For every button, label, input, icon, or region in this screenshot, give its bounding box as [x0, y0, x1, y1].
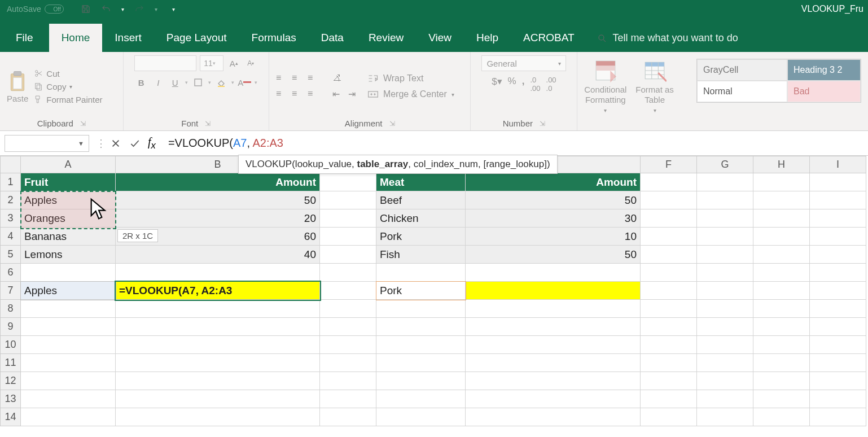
fx-icon[interactable]: fx: [148, 136, 156, 151]
enter-formula-button[interactable]: [125, 135, 144, 152]
col-header-f[interactable]: F: [641, 156, 697, 173]
borders-button[interactable]: [191, 76, 205, 89]
redo-icon[interactable]: [134, 4, 144, 14]
cell-b1[interactable]: Amount: [116, 173, 320, 191]
cell-e3[interactable]: 30: [466, 209, 641, 228]
decrease-decimal-icon[interactable]: .00.0: [546, 76, 556, 93]
orientation-icon[interactable]: ⦨: [332, 73, 346, 84]
merge-center-button[interactable]: Merge & Center ▾: [367, 89, 454, 99]
tab-file[interactable]: File: [0, 24, 49, 52]
font-size-combo[interactable]: 11▾: [200, 55, 223, 71]
row-header-3[interactable]: 3: [1, 209, 21, 228]
underline-button[interactable]: U: [168, 76, 182, 89]
row-header-10[interactable]: 10: [1, 336, 21, 354]
cell-e1[interactable]: Amount: [466, 173, 641, 191]
fill-color-button[interactable]: [214, 76, 228, 89]
row-header-11[interactable]: 11: [1, 354, 21, 372]
cell-f1[interactable]: [641, 173, 697, 191]
style-heading[interactable]: Heading 3 2: [787, 59, 861, 81]
row-header-7[interactable]: 7: [1, 282, 21, 300]
formula-input[interactable]: =VLOOKUP(A7, A2:A3: [164, 137, 868, 150]
percent-format-icon[interactable]: %: [508, 76, 516, 93]
align-bottom-icon[interactable]: ≡: [308, 73, 321, 84]
cell-e7[interactable]: [466, 282, 641, 300]
increase-indent-icon[interactable]: ⇥: [348, 89, 362, 100]
row-header-1[interactable]: 1: [1, 173, 21, 191]
cell-d3[interactable]: Chicken: [376, 209, 466, 228]
number-format-combo[interactable]: General ▾: [481, 55, 566, 71]
chevron-down-icon[interactable]: ▾: [69, 84, 72, 90]
cell-b5[interactable]: 40: [116, 246, 320, 264]
font-family-combo[interactable]: [134, 55, 196, 71]
number-launcher-icon[interactable]: ⇲: [540, 120, 545, 128]
autosave-toggle[interactable]: AutoSave Off: [0, 5, 71, 14]
tab-home[interactable]: Home: [49, 24, 103, 52]
chevron-down-icon[interactable]: ▼: [78, 140, 84, 147]
row-header-2[interactable]: 2: [1, 191, 21, 209]
increase-decimal-icon[interactable]: .0.00: [530, 76, 540, 93]
tab-review[interactable]: Review: [356, 24, 416, 52]
font-launcher-icon[interactable]: ⇲: [205, 120, 211, 128]
decrease-indent-icon[interactable]: ⇤: [332, 89, 346, 100]
italic-button[interactable]: I: [151, 76, 165, 89]
row-header-8[interactable]: 8: [1, 300, 21, 318]
wrap-text-button[interactable]: Wrap Text: [367, 73, 454, 84]
redo-dropdown-icon[interactable]: ▾: [155, 6, 157, 12]
cell-e2[interactable]: 50: [466, 191, 641, 209]
tab-help[interactable]: Help: [464, 24, 511, 52]
paste-button[interactable]: Paste: [7, 70, 28, 103]
tell-me-search[interactable]: Tell me what you want to do: [587, 32, 748, 52]
row-header-12[interactable]: 12: [1, 372, 21, 390]
tab-page-layout[interactable]: Page Layout: [154, 24, 239, 52]
copy-button[interactable]: Copy ▾: [34, 82, 102, 91]
cell-d1[interactable]: Meat: [376, 173, 466, 191]
cell-b2[interactable]: 50: [116, 191, 320, 209]
cell-a2[interactable]: Apples: [21, 191, 116, 209]
tab-data[interactable]: Data: [309, 24, 356, 52]
cell-d5[interactable]: Fish: [376, 246, 466, 264]
format-as-table-button[interactable]: Format as Table ▾: [635, 59, 674, 114]
cell-a3[interactable]: Oranges: [21, 209, 116, 228]
cell-e5[interactable]: 50: [466, 246, 641, 264]
undo-dropdown-icon[interactable]: ▾: [121, 6, 124, 12]
col-header-a[interactable]: A: [21, 156, 116, 173]
cancel-formula-button[interactable]: [106, 135, 125, 152]
row-header-14[interactable]: 14: [1, 408, 21, 426]
col-header-g[interactable]: G: [697, 156, 753, 173]
col-header-i[interactable]: I: [810, 156, 866, 173]
cell-styles-gallery[interactable]: GrayCell Heading 3 2 Normal Bad: [696, 59, 861, 103]
cell-d4[interactable]: Pork: [376, 228, 466, 246]
align-left-icon[interactable]: ≡: [276, 89, 290, 100]
accounting-format-icon[interactable]: $▾: [492, 76, 502, 93]
align-center-icon[interactable]: ≡: [292, 89, 305, 100]
bold-button[interactable]: B: [134, 76, 148, 89]
row-header-13[interactable]: 13: [1, 390, 21, 408]
format-painter-button[interactable]: Format Painter: [34, 95, 102, 104]
row-header-5[interactable]: 5: [1, 246, 21, 264]
qat-customize-icon[interactable]: ▾: [172, 6, 175, 12]
alignment-launcher-icon[interactable]: ⇲: [389, 120, 395, 128]
row-header-4[interactable]: 4: [1, 228, 21, 246]
col-header-h[interactable]: H: [753, 156, 810, 173]
tab-view[interactable]: View: [416, 24, 464, 52]
increase-font-icon[interactable]: A▴: [227, 56, 240, 70]
conditional-formatting-button[interactable]: Conditional Formatting ▾: [584, 59, 626, 114]
align-middle-icon[interactable]: ≡: [292, 73, 305, 84]
cell-a4[interactable]: Bananas: [21, 228, 116, 246]
cell-b3[interactable]: 20: [116, 209, 320, 228]
save-icon[interactable]: [81, 4, 91, 14]
align-right-icon[interactable]: ≡: [308, 89, 321, 100]
cell-a7[interactable]: Apples: [21, 282, 116, 300]
cell-a1[interactable]: Fruit: [21, 173, 116, 191]
tab-acrobat[interactable]: ACROBAT: [511, 24, 586, 52]
comma-format-icon[interactable]: ,: [522, 76, 525, 93]
cell-d2[interactable]: Beef: [376, 191, 466, 209]
cell-d7[interactable]: Pork: [376, 282, 466, 300]
clipboard-launcher-icon[interactable]: ⇲: [80, 120, 86, 128]
font-color-button[interactable]: A: [238, 76, 251, 89]
align-top-icon[interactable]: ≡: [276, 73, 290, 84]
decrease-font-icon[interactable]: A▾: [244, 56, 257, 70]
row-header-9[interactable]: 9: [1, 318, 21, 336]
tab-formulas[interactable]: Formulas: [239, 24, 309, 52]
row-header-6[interactable]: 6: [1, 264, 21, 282]
